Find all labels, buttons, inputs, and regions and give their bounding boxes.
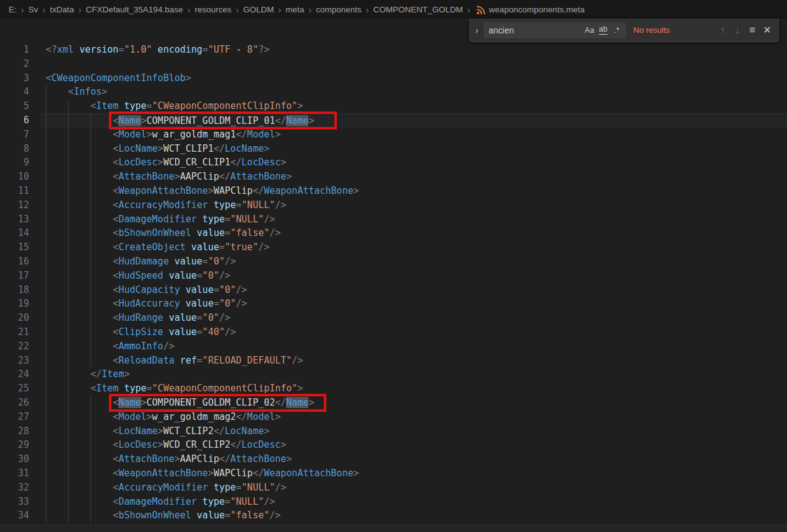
code-line[interactable]: <WeaponAttachBone>WAPClip</WeaponAttachB…: [40, 466, 787, 481]
line-number[interactable]: 30: [0, 452, 29, 466]
code-line[interactable]: [40, 57, 787, 71]
meta-file-icon: [476, 6, 485, 15]
code-line[interactable]: <DamageModifier type="NULL"/>: [40, 495, 787, 509]
code-line[interactable]: <ClipSize value="40"/>: [40, 325, 787, 339]
find-query-text: ancien: [489, 25, 583, 35]
breadcrumb-item[interactable]: meta: [285, 5, 304, 14]
line-number[interactable]: 2: [0, 57, 29, 71]
line-number[interactable]: 19: [0, 297, 29, 311]
line-number[interactable]: 31: [0, 466, 29, 481]
breadcrumb-separator-icon: ›: [79, 5, 82, 14]
line-number[interactable]: 12: [0, 198, 29, 212]
whole-word-icon[interactable]: ab: [596, 24, 610, 37]
breadcrumb-item[interactable]: txData: [50, 5, 74, 14]
find-in-selection-icon[interactable]: ≡: [745, 23, 760, 38]
line-number[interactable]: 3: [0, 71, 29, 85]
breadcrumb-separator-icon: ›: [308, 5, 311, 14]
code-line[interactable]: <AccuracyModifier type="NULL"/>: [40, 481, 787, 495]
next-match-icon[interactable]: ↓: [730, 23, 745, 38]
code-editor[interactable]: 1234567891011121314151617181920212223242…: [0, 19, 787, 532]
line-number[interactable]: 17: [0, 269, 29, 283]
find-widget: › ancien Aa ab .* No results ↑ ↓ ≡ ✕: [469, 19, 779, 42]
line-number[interactable]: 15: [0, 240, 29, 255]
line-number[interactable]: 14: [0, 226, 29, 240]
line-number[interactable]: 9: [0, 155, 29, 170]
code-line[interactable]: <LocDesc>WCD_CR_CLIP2</LocDesc>: [40, 438, 787, 452]
code-line[interactable]: <Name>COMPONENT_GOLDM_CLIP_02</Name>: [40, 396, 787, 410]
line-number[interactable]: 7: [0, 128, 29, 142]
line-number[interactable]: 22: [0, 339, 29, 354]
line-number[interactable]: 33: [0, 495, 29, 509]
breadcrumb-item[interactable]: COMPONENT_GOLDM: [373, 5, 463, 14]
line-number[interactable]: 21: [0, 325, 29, 339]
previous-match-icon[interactable]: ↑: [715, 23, 730, 38]
find-input[interactable]: ancien Aa ab .*: [484, 22, 626, 38]
line-number[interactable]: 11: [0, 184, 29, 198]
breadcrumb-item[interactable]: components: [316, 5, 362, 14]
breadcrumb-separator-icon: ›: [21, 5, 24, 14]
line-number[interactable]: 32: [0, 481, 29, 495]
code-line[interactable]: <DamageModifier type="NULL"/>: [40, 212, 787, 227]
breadcrumb-item[interactable]: GOLDM: [243, 5, 274, 14]
line-number[interactable]: 23: [0, 354, 29, 368]
code-line[interactable]: <HudDamage value="0"/>: [40, 255, 787, 269]
chevron-right-icon: ›: [476, 25, 479, 35]
code-line[interactable]: <CWeaponComponentInfoBlob>: [40, 71, 787, 85]
code-line[interactable]: <Model>w_ar_goldm_mag2</Model>: [40, 410, 787, 424]
code-line[interactable]: <CreateObject value="true"/>: [40, 240, 787, 255]
code-line[interactable]: <Infos>: [40, 85, 787, 99]
line-number[interactable]: 5: [0, 99, 29, 113]
breadcrumb-separator-icon: ›: [467, 5, 471, 14]
code-line[interactable]: <Item type="CWeaponComponentClipInfo">: [40, 382, 787, 396]
code-line[interactable]: <AccuracyModifier type="NULL"/>: [40, 198, 787, 212]
code-line[interactable]: <?xml version="1.0" encoding="UTF - 8"?>: [40, 43, 787, 57]
line-number[interactable]: 18: [0, 283, 29, 297]
breadcrumb-item[interactable]: CFXDefault_35A194.base: [86, 5, 183, 14]
line-number[interactable]: 34: [0, 508, 29, 523]
regex-icon[interactable]: .*: [610, 24, 624, 37]
line-number[interactable]: 10: [0, 170, 29, 184]
line-number[interactable]: 8: [0, 142, 29, 156]
code-line[interactable]: <LocDesc>WCD_CR_CLIP1</LocDesc>: [40, 155, 787, 170]
code-line[interactable]: </Item>: [40, 367, 787, 382]
line-number[interactable]: 16: [0, 255, 29, 269]
code-line[interactable]: <bShownOnWheel value="false"/>: [40, 508, 787, 523]
line-number[interactable]: 29: [0, 438, 29, 452]
code-line[interactable]: <Item type="CWeaponComponentClipInfo">: [40, 99, 787, 113]
breadcrumb-file-name[interactable]: weaponcomponents.meta: [489, 5, 585, 14]
editor-gutter: 1234567891011121314151617181920212223242…: [0, 43, 29, 523]
close-icon[interactable]: ✕: [760, 23, 775, 38]
line-number[interactable]: 25: [0, 382, 29, 396]
match-case-icon[interactable]: Aa: [583, 24, 596, 37]
code-line[interactable]: <Model>w_ar_goldm_mag1</Model>: [40, 128, 787, 142]
line-number[interactable]: 1: [0, 43, 29, 57]
line-number[interactable]: 13: [0, 212, 29, 227]
breadcrumb-separator-icon: ›: [366, 5, 369, 14]
code-line[interactable]: <HudCapacity value="0"/>: [40, 283, 787, 297]
code-line[interactable]: <Name>COMPONENT_GOLDM_CLIP_01</Name>: [40, 113, 787, 128]
line-number[interactable]: 28: [0, 424, 29, 438]
line-number[interactable]: 26: [0, 396, 29, 410]
breadcrumb-item[interactable]: Sv: [28, 5, 38, 14]
breadcrumb-item[interactable]: E:: [9, 5, 17, 14]
line-number[interactable]: 24: [0, 367, 29, 382]
breadcrumb-item[interactable]: resources: [194, 5, 231, 14]
horizontal-scrollbar-track[interactable]: [0, 525, 787, 532]
line-number[interactable]: 27: [0, 410, 29, 424]
code-line[interactable]: <WeaponAttachBone>WAPClip</WeaponAttachB…: [40, 184, 787, 198]
toggle-replace-button[interactable]: ›: [470, 19, 484, 41]
code-line[interactable]: <AttachBone>AAPClip</AttachBone>: [40, 170, 787, 184]
line-number[interactable]: 20: [0, 311, 29, 325]
line-number[interactable]: 6: [0, 113, 29, 128]
breadcrumb-separator-icon: ›: [278, 5, 281, 14]
code-line[interactable]: <LocName>WCT_CLIP2</LocName>: [40, 424, 787, 438]
code-line[interactable]: <bShownOnWheel value="false"/>: [40, 226, 787, 240]
code-line[interactable]: <LocName>WCT_CLIP1</LocName>: [40, 142, 787, 156]
code-line[interactable]: <HudRange value="0"/>: [40, 311, 787, 325]
code-line[interactable]: <ReloadData ref="RELOAD_DEFAULT"/>: [40, 354, 787, 368]
code-line[interactable]: <AmmoInfo/>: [40, 339, 787, 354]
code-line[interactable]: <AttachBone>AAPClip</AttachBone>: [40, 452, 787, 466]
line-number[interactable]: 4: [0, 85, 29, 99]
code-line[interactable]: <HudSpeed value="0"/>: [40, 269, 787, 283]
code-line[interactable]: <HudAccuracy value="0"/>: [40, 297, 787, 311]
